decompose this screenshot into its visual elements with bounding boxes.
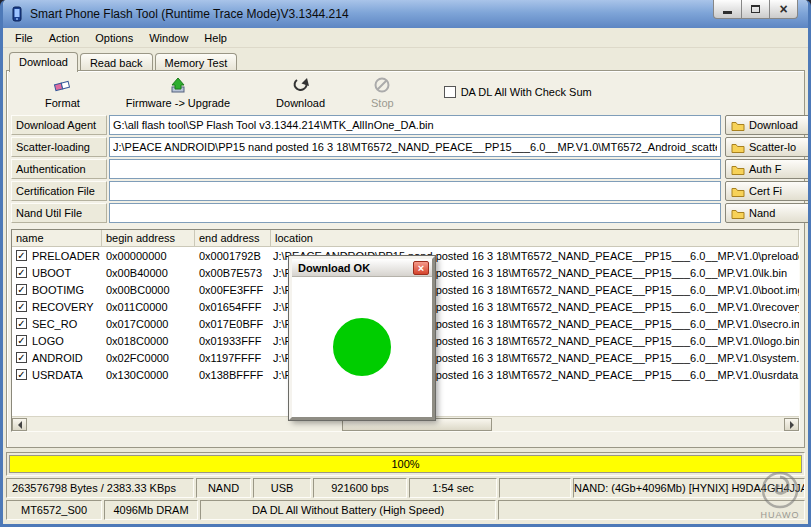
- tab-read-back[interactable]: Read back: [80, 53, 153, 71]
- dialog-title: Download OK: [298, 262, 370, 274]
- auth-file-browse-button[interactable]: Auth F: [725, 159, 811, 179]
- nand-util-browse-button[interactable]: Nand: [725, 203, 811, 223]
- app-icon: [9, 6, 25, 22]
- download-button[interactable]: Download: [276, 76, 325, 109]
- scatter-file-row: Scatter-loading File Scatter-lo: [11, 137, 800, 157]
- row-checkbox[interactable]: ✓: [16, 318, 27, 329]
- tab-memory-test[interactable]: Memory Test: [155, 53, 238, 71]
- checksum-checkbox-group: DA DL All With Check Sum: [444, 86, 592, 98]
- nand-util-row: Nand Util File Nand: [11, 203, 800, 223]
- nand-util-input[interactable]: [109, 203, 721, 223]
- close-icon: ×: [418, 262, 424, 274]
- folder-icon: [731, 208, 745, 219]
- folder-icon: [731, 142, 745, 153]
- download-ok-dialog: Download OK ×: [289, 256, 435, 420]
- menu-action[interactable]: Action: [41, 30, 88, 46]
- scroll-right-arrow-icon: [790, 421, 798, 429]
- minimize-icon: [723, 11, 732, 14]
- status-elapsed-time: 1:54 sec: [409, 478, 497, 498]
- progress-percent: 100%: [10, 456, 801, 473]
- nand-util-label: Nand Util File: [11, 203, 107, 223]
- cert-file-label: Certification File: [11, 181, 107, 201]
- scatter-file-browse-button[interactable]: Scatter-lo: [725, 137, 811, 157]
- status-dram: 4096Mb DRAM: [104, 500, 198, 520]
- auth-file-label: Authentication File: [11, 159, 107, 179]
- tab-strip: Download Read back Memory Test: [3, 48, 808, 70]
- download-agent-label: Download Agent: [11, 115, 107, 135]
- status-empty-cell: [498, 500, 805, 520]
- success-ring-indicator: [333, 318, 391, 376]
- stop-button[interactable]: Stop: [371, 76, 394, 109]
- app-window: Smart Phone Flash Tool (Runtime Trace Mo…: [0, 0, 811, 527]
- menu-help[interactable]: Help: [196, 30, 235, 46]
- row-checkbox[interactable]: ✓: [16, 352, 27, 363]
- scroll-right-button[interactable]: [784, 418, 799, 431]
- download-agent-browse-button[interactable]: Download: [725, 115, 811, 135]
- header-location[interactable]: location: [271, 230, 799, 247]
- row-checkbox[interactable]: ✓: [16, 284, 27, 295]
- scroll-left-arrow-icon: [14, 421, 22, 429]
- stop-icon: [373, 76, 391, 94]
- auth-file-input[interactable]: [109, 159, 721, 179]
- status-baud-rate: 921600 bps: [313, 478, 407, 498]
- cert-file-row: Certification File Cert Fi: [11, 181, 800, 201]
- progress-bar: 100%: [9, 455, 802, 473]
- firmware-upgrade-icon: [169, 76, 187, 94]
- scatter-file-input[interactable]: [109, 137, 721, 157]
- title-bar: Smart Phone Flash Tool (Runtime Trace Mo…: [3, 0, 808, 28]
- minimize-button[interactable]: [713, 0, 742, 19]
- dialog-body: [292, 277, 432, 417]
- checksum-label: DA DL All With Check Sum: [461, 86, 592, 98]
- tab-download[interactable]: Download: [9, 52, 78, 72]
- row-checkbox[interactable]: ✓: [16, 301, 27, 312]
- maximize-icon: [751, 5, 760, 13]
- firmware-upgrade-button[interactable]: Firmware -> Upgrade: [126, 76, 230, 109]
- dialog-close-button[interactable]: ×: [413, 261, 429, 275]
- row-checkbox[interactable]: ✓: [16, 267, 27, 278]
- download-icon: [292, 76, 310, 94]
- status-download-mode: DA DL All Without Battery (High Speed): [200, 500, 496, 520]
- row-checkbox[interactable]: ✓: [16, 369, 27, 380]
- status-platform: MT6572_S00: [6, 500, 102, 520]
- scatter-file-label: Scatter-loading File: [11, 137, 107, 157]
- download-agent-row: Download Agent Download: [11, 115, 800, 135]
- close-icon: ×: [779, 2, 787, 16]
- cert-file-input[interactable]: [109, 181, 721, 201]
- format-button[interactable]: Format: [45, 76, 80, 109]
- auth-file-row: Authentication File Auth F: [11, 159, 800, 179]
- status-port: USB: [253, 478, 311, 498]
- row-checkbox[interactable]: ✓: [16, 335, 27, 346]
- status-nand-chip-info: NAND: (4Gb+4096Mb) [HYNIX] H9DA4GH4JJAMC…: [573, 478, 805, 498]
- menu-window[interactable]: Window: [141, 30, 196, 46]
- status-bytes-speed: 263576798 Bytes / 2383.33 KBps: [6, 478, 194, 498]
- status-bar-top: 263576798 Bytes / 2383.33 KBps NAND USB …: [6, 478, 805, 498]
- header-name[interactable]: name: [12, 230, 102, 247]
- menu-options[interactable]: Options: [87, 30, 141, 46]
- window-title: Smart Phone Flash Tool (Runtime Trace Mo…: [30, 7, 349, 21]
- partition-table-header: name begin address end address location: [12, 230, 799, 247]
- maximize-button[interactable]: [741, 0, 770, 19]
- folder-icon: [731, 120, 745, 131]
- menu-bar: File Action Options Window Help: [3, 28, 808, 48]
- format-icon: [53, 76, 71, 94]
- folder-icon: [731, 164, 745, 175]
- row-checkbox[interactable]: ✓: [16, 250, 27, 261]
- status-empty-cell: [499, 478, 571, 498]
- toolbar: Format Firmware -> Upgrade Download: [7, 71, 804, 113]
- cert-file-browse-button[interactable]: Cert Fi: [725, 181, 811, 201]
- close-button[interactable]: ×: [769, 0, 798, 19]
- header-end-address[interactable]: end address: [195, 230, 271, 247]
- checksum-checkbox[interactable]: [444, 86, 456, 98]
- status-storage-type: NAND: [196, 478, 251, 498]
- header-begin-address[interactable]: begin address: [102, 230, 195, 247]
- download-agent-input[interactable]: [109, 115, 721, 135]
- menu-file[interactable]: File: [7, 30, 41, 46]
- dialog-title-bar: Download OK ×: [292, 259, 432, 277]
- folder-icon: [731, 186, 745, 197]
- scroll-left-button[interactable]: [12, 418, 27, 431]
- status-bar-bottom: MT6572_S00 4096Mb DRAM DA DL All Without…: [6, 500, 805, 520]
- progress-panel: 100%: [6, 452, 805, 476]
